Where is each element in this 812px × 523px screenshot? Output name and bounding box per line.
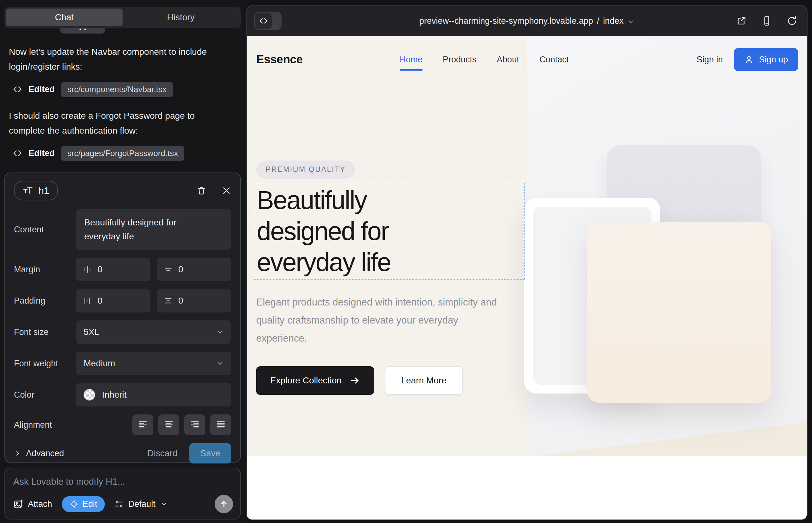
content-label: Content [14,225,76,235]
chevron-down-icon [216,359,224,367]
margin-vertical-icon [164,265,173,274]
sidebar-tab-bar: Chat History [4,7,241,28]
color-value: Inherit [102,390,127,400]
padding-horizontal-icon [83,296,92,305]
content-input[interactable]: Beautifully designed for everyday life [76,209,231,250]
selected-h1-outline[interactable]: Beautifully designed for everyday life [254,183,525,279]
default-mode-dropdown[interactable]: Default [114,499,167,509]
margin-x-input[interactable]: 0 [76,258,151,281]
font-size-select[interactable]: 5XL [76,320,231,344]
sliders-icon [114,499,124,509]
color-select[interactable]: Inherit [76,383,231,407]
edited-file-chip[interactable]: src/components/Navbar.tsx [61,82,173,97]
open-external-icon[interactable] [736,16,747,26]
tab-history[interactable]: History [123,8,239,26]
element-editor-panel: h1 Content Beautifully designed for ever… [4,173,241,463]
edit-mode-button[interactable]: Edit [62,496,105,512]
preview-url[interactable]: preview--charming-site-symphony.lovable.… [247,6,807,36]
edited-label: Edited [29,148,55,158]
close-panel-icon[interactable] [222,186,231,195]
site-logo[interactable]: Essence [256,53,303,66]
advanced-toggle[interactable]: Advanced [14,449,64,458]
target-icon [69,499,79,509]
font-size-value: 5XL [84,327,100,337]
url-separator: / [597,16,600,26]
edited-label: Edited [29,85,55,94]
delete-element-button[interactable] [196,185,207,196]
chevron-down-icon [216,328,224,336]
align-right-button[interactable] [184,414,205,435]
file-edit-row[interactable]: Edited src/pages/ForgotPassword.tsx [13,146,184,161]
hero-badge: PREMIUM QUALITY [256,161,355,179]
margin-horizontal-icon [83,265,92,274]
chat-composer[interactable]: Ask Lovable to modify H1... Attach Edit … [4,468,241,520]
nav-link-products[interactable]: Products [443,55,477,65]
code-icon [13,85,22,94]
padding-x-input[interactable]: 0 [76,289,151,312]
preview-window: preview--charming-site-symphony.lovable.… [247,6,807,520]
preview-toolbar: preview--charming-site-symphony.lovable.… [247,6,807,36]
chat-message: I should also create a Forgot Password p… [9,108,227,138]
chevron-down-icon[interactable] [628,18,634,25]
nav-link-contact[interactable]: Contact [539,55,569,65]
chevron-right-icon [14,450,21,457]
color-swatch [84,389,95,400]
tab-chat[interactable]: Chat [6,8,123,26]
align-center-button[interactable] [158,414,179,435]
preview-domain: preview--charming-site-symphony.lovable.… [419,16,593,26]
edit-label: Edit [83,499,98,509]
refresh-icon[interactable] [787,16,797,26]
composer-placeholder[interactable]: Ask Lovable to modify H1... [13,476,232,487]
padding-label: Padding [14,296,76,306]
margin-y-value: 0 [178,264,183,274]
margin-label: Margin [14,265,76,274]
color-label: Color [14,390,76,400]
margin-y-input[interactable]: 0 [157,258,231,281]
font-weight-label: Font weight [14,359,76,368]
align-left-button[interactable] [133,414,153,435]
hero-description: Elegant products designed with intention… [256,293,510,347]
sign-up-label: Sign up [759,55,788,65]
hero-heading: Beautifully designed for everyday life [257,184,525,278]
chat-message: Now let's update the Navbar component to… [9,44,227,74]
file-edit-row[interactable]: Edited src/components/Navbar.tsx [13,82,173,97]
margin-x-value: 0 [98,264,103,274]
selected-element-pill[interactable]: h1 [14,181,58,200]
send-button[interactable] [215,495,233,513]
scrolled-chip-fragment [60,28,105,34]
mobile-view-icon[interactable] [761,16,772,26]
padding-y-input[interactable]: 0 [157,289,231,312]
explore-collection-button[interactable]: Explore Collection [256,366,374,395]
discard-button[interactable]: Discard [147,448,177,458]
font-size-label: Font size [14,327,76,337]
arrow-right-icon [350,376,360,385]
chevron-down-icon [160,500,167,508]
code-icon [13,148,22,158]
alignment-label: Alignment [14,420,76,430]
nav-link-about[interactable]: About [497,55,519,65]
element-tag-label: h1 [39,185,49,196]
decor-card-beige [587,222,771,403]
attach-label: Attach [28,499,52,509]
save-button[interactable]: Save [189,443,231,464]
preview-route: index [603,16,623,26]
padding-vertical-icon [164,296,173,305]
sign-in-link[interactable]: Sign in [697,55,723,65]
type-icon [23,186,34,195]
default-label: Default [128,499,156,509]
align-justify-button[interactable] [210,414,231,435]
person-icon [744,55,754,64]
padding-x-value: 0 [98,296,103,306]
attach-image-icon [13,499,23,509]
font-weight-value: Medium [84,358,115,368]
font-weight-select[interactable]: Medium [76,352,231,375]
sign-up-button[interactable]: Sign up [734,48,798,71]
nav-link-home[interactable]: Home [400,55,422,71]
padding-y-value: 0 [178,296,183,306]
learn-more-button[interactable]: Learn More [385,366,463,395]
site-navbar: Essence Home Products About Contact Sign… [247,45,807,74]
attach-button[interactable]: Attach [13,499,52,509]
edited-file-chip[interactable]: src/pages/ForgotPassword.tsx [61,146,184,161]
preview-site: Essence Home Products About Contact Sign… [247,36,807,520]
advanced-label: Advanced [26,449,64,458]
